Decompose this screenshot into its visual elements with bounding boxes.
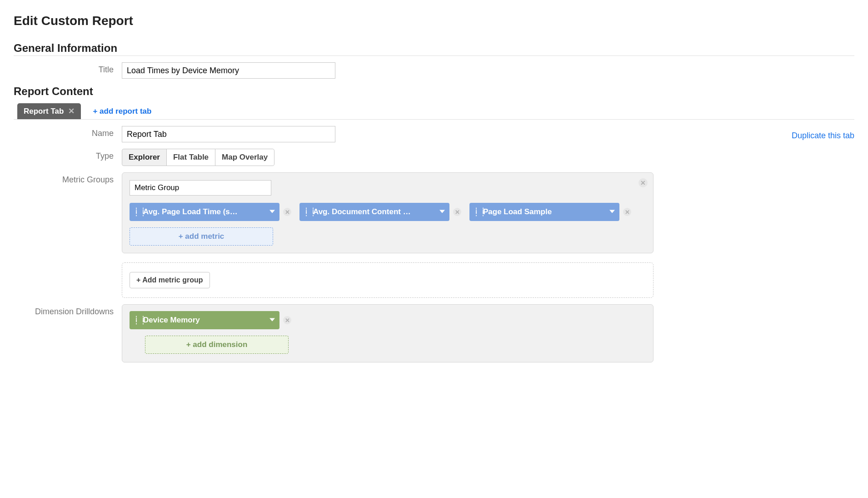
page-title: Edit Custom Report [14,14,854,28]
remove-metric-icon[interactable]: ✕ [283,208,291,216]
type-label: Type [14,149,122,161]
add-metric-group-button[interactable]: + Add metric group [130,272,210,288]
drag-handle-icon[interactable]: ⋮⋮⋮⋮ [133,317,140,323]
metric-groups-label: Metric Groups [14,172,122,185]
metric-chip-label: Avg. Page Load Time (s… [143,207,266,216]
section-content-heading: Report Content [14,85,854,98]
remove-metric-group-icon[interactable]: ✕ [639,178,648,187]
add-metric-group-container: + Add metric group [122,262,653,298]
add-metric-button[interactable]: + add metric [130,227,273,246]
name-label: Name [14,126,122,138]
dimension-chip-label: Device Memory [143,316,266,325]
remove-metric-icon[interactable]: ✕ [453,208,461,216]
title-input[interactable] [122,62,335,79]
title-label: Title [14,62,122,75]
metric-group-name-input[interactable] [130,180,271,196]
dimension-chip-device-memory[interactable]: ⋮⋮⋮⋮ Device Memory [130,311,279,329]
drag-handle-icon[interactable]: ⋮⋮⋮⋮ [303,209,309,215]
type-flat-table-button[interactable]: Flat Table [166,149,215,166]
metric-group-box: ✕ ⋮⋮⋮⋮ Avg. Page Load Time (s… ✕ ⋮⋮⋮⋮ Av… [122,172,653,253]
metric-chip-avg-page-load[interactable]: ⋮⋮⋮⋮ Avg. Page Load Time (s… [130,203,279,221]
tab-name-input[interactable] [122,126,335,142]
remove-metric-icon[interactable]: ✕ [623,208,631,216]
chevron-down-icon [609,207,615,216]
type-explorer-button[interactable]: Explorer [122,149,167,166]
chevron-down-icon [269,316,275,325]
section-general-heading: General Information [14,42,854,56]
chevron-down-icon [439,207,445,216]
close-icon[interactable]: ✕ [68,106,75,116]
dimension-group-box: ⋮⋮⋮⋮ Device Memory ✕ + add dimension [122,304,653,362]
drag-handle-icon[interactable]: ⋮⋮⋮⋮ [473,209,479,215]
drag-handle-icon[interactable]: ⋮⋮⋮⋮ [133,209,140,215]
metric-chip-label: Page Load Sample [483,207,606,216]
type-map-overlay-button[interactable]: Map Overlay [215,149,274,166]
metric-chip-page-load-sample[interactable]: ⋮⋮⋮⋮ Page Load Sample [469,203,619,221]
add-dimension-button[interactable]: + add dimension [145,336,289,354]
report-tab[interactable]: Report Tab ✕ [17,103,81,119]
metric-chip-avg-doc-content[interactable]: ⋮⋮⋮⋮ Avg. Document Content … [299,203,449,221]
metric-chip-label: Avg. Document Content … [313,207,436,216]
remove-dimension-icon[interactable]: ✕ [283,316,291,324]
type-toggle: Explorer Flat Table Map Overlay [122,149,274,166]
report-tab-label: Report Tab [24,107,64,116]
report-tab-bar: Report Tab ✕ + add report tab [14,103,854,120]
chevron-down-icon [269,207,275,216]
dimension-drilldowns-label: Dimension Drilldowns [14,304,122,317]
add-report-tab-button[interactable]: + add report tab [93,107,151,116]
duplicate-tab-link[interactable]: Duplicate this tab [792,128,854,141]
